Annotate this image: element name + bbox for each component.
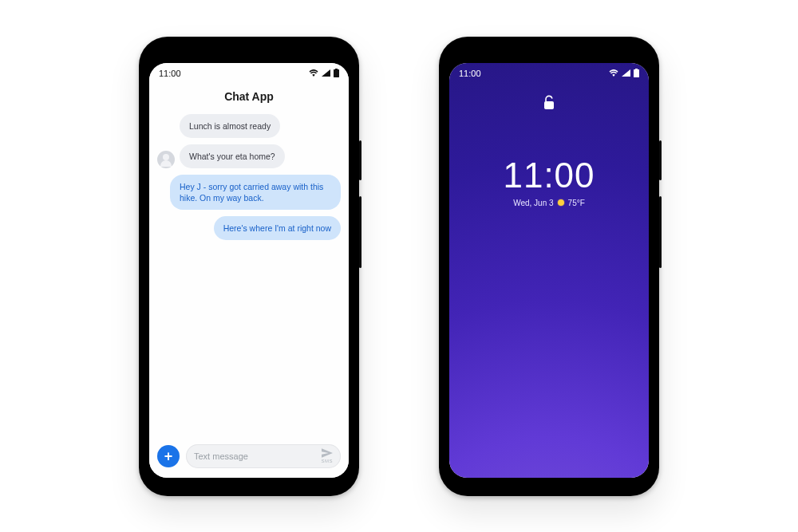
wifi-icon: [609, 69, 618, 77]
phone-bezel: 11:00 Chat App Lunch is almost ready: [141, 39, 357, 494]
add-attachment-button[interactable]: +: [157, 445, 180, 467]
lock-surface: 11:00 11:00: [449, 63, 649, 478]
lock-screen[interactable]: 11:00 11:00: [449, 63, 649, 478]
compose-placeholder: Text message: [194, 451, 248, 461]
signal-icon: [622, 69, 630, 77]
chat-app: 11:00 Chat App Lunch is almost ready: [149, 63, 349, 478]
lock-temperature: 75°F: [568, 199, 585, 207]
message-bubble-out[interactable]: Hey J - sorry got carried away with this…: [170, 175, 341, 210]
chat-title: Chat App: [149, 90, 349, 103]
power-button[interactable]: [659, 140, 662, 180]
lock-date: Wed, Jun 3: [513, 199, 553, 207]
volume-button[interactable]: [659, 196, 662, 268]
send-label: SMS: [321, 459, 333, 463]
stage: 11:00 Chat App Lunch is almost ready: [0, 0, 798, 532]
phone-chat: 11:00 Chat App Lunch is almost ready: [139, 37, 359, 496]
statusbar-time: 11:00: [459, 69, 481, 78]
plus-icon: +: [164, 449, 173, 463]
phone-lockscreen: 11:00 11:00: [439, 37, 659, 496]
lock-dateline: Wed, Jun 3 75°F: [449, 199, 649, 207]
chat-thread[interactable]: Lunch is almost ready What's your eta ho…: [149, 114, 349, 436]
message-row: Lunch is almost ready: [157, 114, 341, 138]
statusbar-lock: 11:00: [449, 63, 649, 84]
send-icon: [322, 448, 333, 458]
compose-field[interactable]: Text message SMS: [186, 444, 341, 468]
signal-icon: [322, 69, 330, 77]
avatar-icon[interactable]: [157, 151, 175, 168]
message-row: Here's where I'm at right now: [157, 216, 341, 240]
send-button[interactable]: SMS: [321, 448, 333, 463]
sun-icon: [558, 199, 564, 206]
power-button[interactable]: [359, 140, 361, 180]
message-row: Hey J - sorry got carried away with this…: [157, 175, 341, 210]
battery-icon: [634, 69, 639, 77]
unlock-icon[interactable]: [449, 95, 649, 111]
message-bubble-in[interactable]: What's your eta home?: [180, 144, 285, 168]
message-row: What's your eta home?: [157, 144, 341, 168]
statusbar-time: 11:00: [159, 69, 181, 78]
battery-icon: [334, 69, 339, 77]
message-bubble-out[interactable]: Here's where I'm at right now: [214, 216, 341, 240]
statusbar-right: [609, 69, 639, 77]
wifi-icon: [309, 69, 318, 77]
statusbar-right: [309, 69, 339, 77]
composer: + Text message SMS: [149, 436, 349, 478]
phone-bezel: 11:00 11:00: [441, 39, 657, 494]
statusbar-chat: 11:00: [149, 63, 349, 84]
svg-rect-0: [544, 101, 554, 109]
message-bubble-in[interactable]: Lunch is almost ready: [180, 114, 280, 138]
lock-clock: 11:00: [449, 156, 649, 195]
chat-screen: 11:00 Chat App Lunch is almost ready: [149, 63, 349, 478]
volume-button[interactable]: [359, 196, 361, 268]
